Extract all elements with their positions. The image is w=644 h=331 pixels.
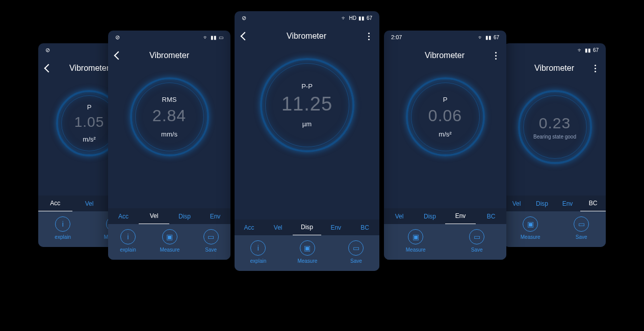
wifi-icon: ᯤ xyxy=(342,15,347,21)
measurement-gauge: P-P 11.25 µm xyxy=(260,58,354,152)
explain-button[interactable]: iexplain xyxy=(250,240,267,264)
save-button[interactable]: ▭Save xyxy=(348,240,364,264)
gauge-caption: Bearing state good xyxy=(533,134,576,140)
signal-icon: ▮▮ xyxy=(585,47,591,53)
measurement-gauge: RMS 2.84 mm/s xyxy=(130,77,209,156)
measurement-gauge: 0.23 Bearing state good xyxy=(518,90,592,164)
tab-bc[interactable]: BC xyxy=(580,196,606,211)
action-bar: ▣Measure ▭Save xyxy=(384,224,506,260)
save-icon: ▭ xyxy=(469,229,484,244)
alarm-off-icon: ⊘ xyxy=(45,47,50,53)
tab-bc[interactable]: BC xyxy=(476,209,506,224)
gauge-unit: µm xyxy=(302,120,312,128)
gauge-label: P-P xyxy=(301,82,313,90)
tab-vel[interactable]: Vel xyxy=(504,196,529,211)
tab-bc[interactable]: BC xyxy=(350,220,379,235)
action-bar: iexplain ▣Measure ▭Save xyxy=(235,235,379,271)
wifi-icon: ᯤ xyxy=(203,35,209,40)
alarm-off-icon: ⊘ xyxy=(115,34,120,41)
measure-icon: ▣ xyxy=(300,240,315,256)
tab-env[interactable]: Env xyxy=(555,196,580,211)
measurement-gauge: P 0.06 m/s² xyxy=(406,77,485,156)
phone-screen-disp: ⊘ ᯤHD▮▮67 Vibrometer P-P 11.25 µm Acc Ve… xyxy=(235,11,379,271)
signal-icon: ▮▮ xyxy=(485,35,492,40)
gauge-value: 2.84 xyxy=(152,106,186,125)
tab-vel[interactable]: Vel xyxy=(139,208,169,224)
hd-icon: HD xyxy=(349,15,356,21)
gauge-value: 11.25 xyxy=(281,93,332,115)
phone-screen-bc: ᯤ▮▮67 Vibrometer 0.23 Bearing state good… xyxy=(504,43,606,247)
mode-tabs: Acc Vel Disp Env xyxy=(108,208,230,224)
measure-button[interactable]: ▣Measure xyxy=(297,240,317,264)
alarm-off-icon: ⊘ xyxy=(242,15,246,21)
tab-acc[interactable]: Acc xyxy=(235,220,264,235)
signal-icon: ▮▮ xyxy=(211,35,217,40)
tab-env[interactable]: Env xyxy=(200,209,230,224)
battery-icon: ▭ xyxy=(219,35,223,40)
app-header: Vibrometer xyxy=(504,57,606,80)
gauge-value: 0.06 xyxy=(428,106,462,125)
info-icon: i xyxy=(120,229,136,244)
app-title: Vibrometer xyxy=(517,64,591,73)
menu-button[interactable] xyxy=(591,65,599,72)
status-bar: 2:07 ᯤ▮▮67 xyxy=(384,31,506,44)
signal-icon: ▮▮ xyxy=(358,15,365,21)
measure-icon: ▣ xyxy=(162,229,177,244)
save-icon: ▭ xyxy=(574,216,589,232)
save-button[interactable]: ▭Save xyxy=(574,216,589,240)
battery-icon: 67 xyxy=(494,35,499,40)
app-title: Vibrometer xyxy=(121,51,217,60)
tab-vel[interactable]: Vel xyxy=(72,196,107,211)
gauge-label: RMS xyxy=(162,96,177,103)
tab-acc[interactable]: Acc xyxy=(108,209,139,224)
mode-tabs: Vel Disp Env BC xyxy=(504,196,606,211)
mode-tabs: Vel Disp Env BC xyxy=(384,208,506,224)
measure-button[interactable]: ▣Measure xyxy=(160,229,179,253)
wifi-icon: ᯤ xyxy=(578,47,583,53)
gauge-label: P xyxy=(87,103,92,111)
gauge-unit: m/s² xyxy=(83,135,95,143)
app-header: Vibrometer xyxy=(108,44,230,67)
battery-icon: 67 xyxy=(367,15,372,21)
menu-button[interactable] xyxy=(365,33,372,40)
gauge-value: 1.05 xyxy=(74,114,105,130)
tab-vel[interactable]: Vel xyxy=(264,220,293,235)
wifi-icon: ᯤ xyxy=(478,35,483,40)
explain-button[interactable]: iexplain xyxy=(120,229,136,253)
mode-tabs: Acc Vel Disp Env BC xyxy=(235,219,379,235)
gauge-unit: m/s² xyxy=(439,130,451,138)
tab-vel[interactable]: Vel xyxy=(384,209,415,224)
app-title: Vibrometer xyxy=(248,32,365,41)
info-icon: i xyxy=(250,240,266,256)
app-header: Vibrometer xyxy=(384,44,506,67)
clock: 2:07 xyxy=(391,34,402,40)
battery-icon: 67 xyxy=(593,47,599,53)
tab-acc[interactable]: Acc xyxy=(38,196,72,211)
phone-screen-vel: ⊘ ᯤ▮▮▭ Vibrometer RMS 2.84 mm/s Acc Vel … xyxy=(108,31,230,260)
tab-disp[interactable]: Disp xyxy=(169,209,200,224)
measure-button[interactable]: ▣Measure xyxy=(406,229,426,253)
save-icon: ▭ xyxy=(203,229,219,244)
info-icon: i xyxy=(55,216,70,232)
status-bar: ᯤ▮▮67 xyxy=(504,43,606,57)
menu-button[interactable] xyxy=(492,52,499,60)
tab-disp[interactable]: Disp xyxy=(529,196,555,211)
action-bar: ▣Measure ▭Save xyxy=(504,211,606,247)
status-bar: ⊘ ᯤHD▮▮67 xyxy=(235,11,379,24)
explain-button[interactable]: iexplain xyxy=(55,216,71,240)
status-bar: ⊘ ᯤ▮▮▭ xyxy=(108,31,230,44)
save-button[interactable]: ▭Save xyxy=(469,229,484,253)
app-header: Vibrometer xyxy=(235,24,379,48)
gauge-label: P xyxy=(443,96,448,103)
save-button[interactable]: ▭Save xyxy=(203,229,219,253)
tab-disp[interactable]: Disp xyxy=(293,219,322,235)
gauge-value: 0.23 xyxy=(539,115,571,132)
tab-env[interactable]: Env xyxy=(445,208,476,224)
action-bar: iexplain ▣Measure ▭Save xyxy=(108,224,230,260)
tab-disp[interactable]: Disp xyxy=(415,209,445,224)
phone-screen-env: 2:07 ᯤ▮▮67 Vibrometer P 0.06 m/s² Vel Di… xyxy=(384,31,506,260)
measure-button[interactable]: ▣Measure xyxy=(521,216,540,240)
app-title: Vibrometer xyxy=(397,51,492,60)
save-icon: ▭ xyxy=(348,240,364,256)
tab-env[interactable]: Env xyxy=(321,220,350,235)
